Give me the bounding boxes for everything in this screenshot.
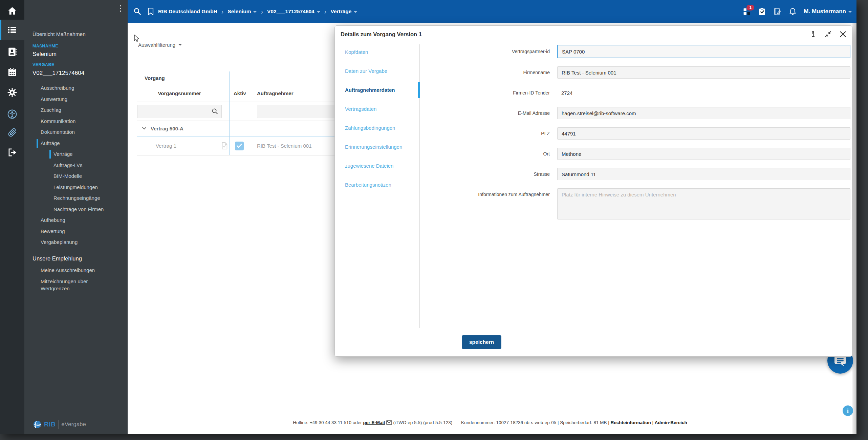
form-row: Ort (419, 148, 850, 160)
list-measures-icon[interactable] (0, 25, 24, 35)
breadcrumb-item-massnahme[interactable]: Selenium (228, 8, 257, 15)
column-header-icon-spacer (222, 85, 229, 102)
sidebar-item-auftraege[interactable]: Aufträge (24, 138, 128, 149)
page-scrollbar[interactable] (852, 23, 856, 434)
sidebar-item-dokumentation[interactable]: Dokumentation (24, 127, 128, 138)
dialog-title: Details zum Vorgang Version 1 (335, 31, 422, 38)
sidebar-value-massnahme[interactable]: Selenium (32, 51, 57, 58)
sidebar-nav: Ausschreibung Auswertung Zuschlag Kommun… (24, 83, 128, 292)
bookmark-icon[interactable] (147, 7, 155, 16)
topbar-actions: 1 M. Mustermann (743, 7, 856, 16)
sidebar-item-meine-ausschreibungen[interactable]: Meine Ausschreibungen (24, 265, 128, 276)
rib-globe-icon (33, 420, 41, 428)
breadcrumb-label: RIB Deutschland GmbH (158, 8, 217, 15)
form-row: E-Mail Adresse (419, 107, 850, 119)
ort-input[interactable] (557, 148, 850, 160)
sidebar-section-empfehlung[interactable]: Unsere Empfehlung (24, 252, 128, 265)
sidebar-item-zuschlag[interactable]: Zuschlag (24, 105, 128, 116)
informationen-textarea[interactable] (557, 188, 850, 219)
collapse-icon[interactable] (824, 30, 832, 38)
calendar-icon[interactable] (0, 67, 24, 77)
email-input[interactable] (557, 107, 850, 119)
form-row: Firmen-ID Tender (419, 87, 850, 99)
sidebar-item-bim-modelle[interactable]: BIM-Modelle (24, 171, 128, 182)
breadcrumb-label: Verträge (330, 8, 351, 15)
logout-icon[interactable] (0, 147, 24, 158)
sidebar-item-mitzeichnungen[interactable]: Mitzeichnungen über Wertgrenzen (24, 276, 128, 292)
sidebar-item-auswertung[interactable]: Auswertung (24, 94, 128, 105)
sidebar-label-vergabe: VERGABE (32, 62, 55, 67)
table-row-vorgangsnummer[interactable]: Vertrag 1 (137, 137, 222, 155)
field-label-plz: PLZ (419, 131, 557, 136)
chevron-down-icon (142, 126, 147, 130)
contacts-icon[interactable] (0, 47, 24, 57)
footer-rights-link[interactable]: Rechteinformation (610, 420, 651, 425)
sidebar-value-vergabe[interactable]: V02___1712574604 (32, 70, 84, 77)
tab-bearbeitungsnotizen[interactable]: Bearbeitungsnotizen (335, 175, 419, 194)
info-icon[interactable]: i (843, 405, 853, 416)
breadcrumb-label: Selenium (228, 8, 251, 15)
vertragspartner-id-input[interactable] (557, 45, 850, 58)
sidebar-item-vergabeplanung[interactable]: Vergabeplanung (24, 237, 128, 248)
tab-auftragnehmerdaten[interactable]: Auftragnehmerdaten (335, 81, 419, 100)
dialog-header: Details zum Vorgang Version 1 (335, 26, 852, 43)
sidebar-item-kommunikation[interactable]: Kommunikation (24, 116, 128, 127)
search-icon[interactable] (133, 7, 142, 16)
close-icon[interactable] (839, 30, 847, 38)
breadcrumb-item-vergabe[interactable]: V02___1712574604 (267, 8, 320, 15)
footer-admin-link[interactable]: Admin-Bereich (655, 420, 687, 425)
notes-book-icon[interactable] (773, 7, 782, 16)
plz-input[interactable] (557, 127, 850, 140)
dialog-form: Vertragspartner-id Firmenname Firmen-ID … (419, 43, 850, 228)
chevron-down-icon (354, 11, 357, 13)
sidebar-item-rechnungseingaenge[interactable]: Rechnungseingänge (24, 193, 128, 204)
vorgangsnummer-filter-input[interactable] (137, 105, 222, 118)
save-button[interactable]: speichern (462, 335, 501, 349)
selection-filter-dropdown[interactable]: Auswahlfilterung (138, 42, 182, 48)
column-header-aktiv[interactable]: Aktiv (229, 85, 252, 102)
column-header-vorgangsnummer[interactable]: Vorgangsnummer (137, 85, 222, 102)
sidebar-item-auftrags-lvs[interactable]: Auftrags-LVs (24, 160, 128, 171)
sidebar-item-overview[interactable]: Übersicht Maßnahmen (32, 31, 86, 37)
notifications-bell-icon[interactable] (788, 7, 797, 16)
tab-zahlungsbedingungen[interactable]: Zahlungsbedingungen (335, 119, 419, 138)
filter-cell (137, 102, 222, 121)
sidebar-item-aufhebung[interactable]: Aufhebung (24, 215, 128, 226)
strasse-input[interactable] (557, 168, 850, 180)
app-window: RIB Deutschland GmbH › Selenium › V02___… (0, 0, 856, 434)
sidebar-item-nachtraege[interactable]: Nachträge von Firmen (24, 204, 128, 215)
sidebar-item-bewertung[interactable]: Bewertung (24, 226, 128, 237)
sidebar-item-vertraege[interactable]: Verträge (24, 149, 128, 160)
tab-vertragsdaten[interactable]: Vertragsdaten (335, 100, 419, 119)
tab-erinnerungseinstellungen[interactable]: Erinnerungseinstellungen (335, 138, 419, 156)
home-icon[interactable] (0, 6, 24, 16)
tab-daten-zur-vergabe[interactable]: Daten zur Vergabe (335, 62, 419, 81)
brand-logo: RIB eVergabe (33, 420, 86, 429)
firmenname-input[interactable] (557, 66, 850, 79)
field-label-strasse: Strasse (419, 171, 557, 177)
paperclip-icon[interactable] (0, 127, 24, 138)
settings-gear-icon[interactable] (0, 87, 24, 98)
tab-zugewiesene-dateien[interactable]: zugewiesene Dateien (335, 156, 419, 175)
sidebar-menu-kebab-icon[interactable] (117, 4, 124, 13)
chevron-down-icon (848, 11, 852, 13)
breadcrumb-item-vertraege[interactable]: Verträge (330, 8, 357, 15)
document-check-icon[interactable] (222, 142, 227, 149)
form-row: Informationen zum Auftragnehmer (419, 188, 850, 219)
tasks-clipboard-icon[interactable] (758, 7, 766, 16)
breadcrumb-item-company[interactable]: RIB Deutschland GmbH (158, 8, 217, 15)
tab-kopfdaten[interactable]: Kopfdaten (335, 43, 419, 62)
table-row-aktiv-cell (229, 137, 252, 155)
modules-icon[interactable]: 1 (743, 7, 751, 16)
breadcrumb-separator: › (221, 8, 224, 16)
brand-name: RIB (44, 421, 56, 428)
user-menu[interactable]: M. Mustermann (804, 8, 852, 15)
aktiv-checkbox[interactable] (235, 142, 244, 150)
sidebar-item-ausschreibung[interactable]: Ausschreibung (24, 83, 128, 94)
footer-email-link[interactable]: per E-Mail (363, 420, 385, 425)
form-row: Strasse (419, 168, 850, 180)
accessibility-icon[interactable] (0, 109, 24, 119)
table-group-header[interactable]: Vorgang (137, 71, 229, 85)
info-pawn-icon[interactable] (809, 30, 817, 38)
sidebar-item-leistungmeldungen[interactable]: Leistungmeldungen (24, 182, 128, 193)
